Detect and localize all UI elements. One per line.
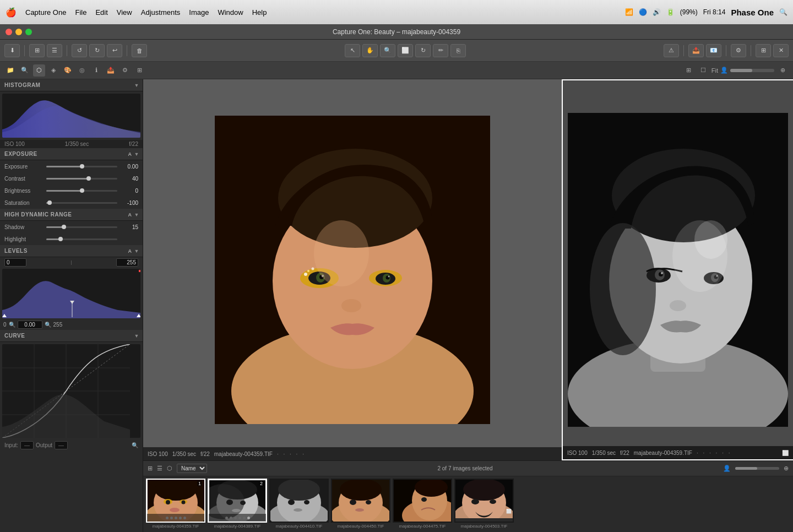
volume-icon: 🔊	[653, 8, 661, 16]
thumb-5-label: majabeauty-004475.TIF	[392, 524, 453, 529]
tab-adjustments[interactable]: ⬡	[33, 64, 45, 77]
viewer-button[interactable]: ⊞	[29, 44, 45, 57]
adjustments-menu[interactable]: Adjustments	[141, 8, 181, 17]
zoom-tool[interactable]: 🔍	[380, 44, 395, 57]
filmstrip-list-icon[interactable]: ☰	[157, 465, 162, 472]
photo2-filename: majabeauty-004359.TIF	[634, 450, 692, 456]
share-button[interactable]: 📧	[706, 44, 721, 57]
battery-pct: (99%)	[680, 8, 698, 16]
view-toggle-single[interactable]: ☐	[697, 64, 709, 77]
apple-menu[interactable]: 🍎	[6, 7, 17, 18]
shadow-track[interactable]	[46, 226, 117, 228]
delete-button[interactable]: 🗑	[132, 44, 147, 57]
input-val: —	[20, 441, 34, 449]
heal-tool[interactable]: ✏	[433, 44, 448, 57]
levels-right-input[interactable]	[116, 258, 138, 267]
photo1-filename: majabeauty-004359.TIF	[214, 451, 273, 457]
toolbar-divider-6	[751, 45, 751, 56]
view-menu[interactable]: View	[117, 8, 132, 17]
levels-bottom-left: 0	[3, 322, 7, 328]
levels-toggle[interactable]: ▼	[134, 248, 139, 254]
export-button[interactable]: 📤	[688, 44, 704, 57]
toolbar-divider-1	[24, 45, 25, 56]
tab-settings2[interactable]: ⚙	[119, 64, 131, 77]
main-toolbar: ⬇ ⊞ ☰ ↺ ↻ ↩ 🗑 ↖ ✋ 🔍 ⬜ ↻ ✏ ⎘ ⚠ 📤 📧 ⚙ ⊞ ✕	[0, 40, 793, 62]
thumb-3-label: majabeauty-004410.TIF	[269, 524, 329, 529]
curve-canvas-area	[2, 344, 140, 438]
aperture-label: f/22	[129, 141, 138, 147]
hdr-toggle[interactable]: ▼	[134, 212, 139, 218]
tab-details[interactable]: ◈	[47, 64, 59, 77]
tab-output[interactable]: 📤	[105, 64, 117, 77]
tab-metadata[interactable]: ℹ	[90, 64, 102, 77]
tab-batch[interactable]: ⊞	[133, 64, 145, 77]
close-button[interactable]	[6, 29, 12, 35]
tab-search[interactable]: 🔍	[19, 64, 31, 77]
minimize-button[interactable]	[15, 29, 22, 35]
close-panel-button[interactable]: ✕	[773, 44, 789, 57]
thumb-6[interactable]: ⬜ majabeauty-004503.TIF	[454, 479, 514, 530]
curve-section-header: CURVE ▼	[0, 330, 143, 342]
brightness-track[interactable]	[46, 190, 117, 192]
pan-tool[interactable]: ✋	[362, 44, 378, 57]
filmstrip-sort-icon[interactable]: ⬡	[167, 465, 172, 472]
levels-auto[interactable]: A	[128, 248, 132, 254]
browser-button[interactable]: ☰	[47, 44, 62, 57]
eyedropper-black[interactable]: 🔍	[9, 322, 15, 328]
settings-button[interactable]: ⚙	[731, 44, 746, 57]
layout-button[interactable]: ⊞	[756, 44, 771, 57]
thumb-3[interactable]: majabeauty-004410.TIF	[269, 479, 329, 530]
eyedropper-white[interactable]: 🔍	[45, 322, 51, 328]
edit-menu[interactable]: Edit	[95, 8, 107, 17]
saturation-track[interactable]	[46, 202, 117, 204]
filmstrip-grid-icon[interactable]: ⊞	[148, 465, 153, 472]
curve-toggle[interactable]: ▼	[134, 333, 139, 339]
rotate-button[interactable]: ↩	[107, 44, 122, 57]
toolbar-divider-5	[726, 45, 726, 56]
image-menu[interactable]: Image	[189, 8, 209, 17]
exposure-track[interactable]	[46, 166, 117, 167]
clone-tool[interactable]: ⎘	[450, 44, 466, 57]
thumb-4[interactable]: majabeauty-004450.TIF	[330, 479, 391, 530]
photo1-aperture: f/22	[200, 451, 210, 457]
filmstrip-expand[interactable]: ⊕	[784, 465, 789, 472]
undo-button[interactable]: ↺	[72, 44, 87, 57]
tab-color[interactable]: 🎨	[62, 64, 74, 77]
levels-left-input[interactable]	[4, 258, 26, 267]
zoom-expand[interactable]: ⊕	[776, 64, 789, 77]
tab-library[interactable]: 📁	[4, 64, 17, 77]
rotate-tool[interactable]: ↻	[415, 44, 431, 57]
highlight-track[interactable]	[46, 238, 117, 240]
file-menu[interactable]: File	[75, 8, 86, 17]
redo-button[interactable]: ↻	[89, 44, 105, 57]
thumb-1[interactable]: 1 majabeauty-004359.TIF	[145, 479, 206, 530]
window-menu[interactable]: Window	[218, 8, 243, 17]
crop-tool[interactable]: ⬜	[398, 44, 413, 57]
photo2-expand-icon[interactable]: ⬜	[782, 450, 789, 456]
spotlight-icon[interactable]: 🔍	[779, 8, 787, 16]
thumb-5[interactable]: majabeauty-004475.TIF	[392, 479, 453, 530]
curve-io: Input: — Output — 🔍	[0, 440, 143, 450]
contrast-track[interactable]	[46, 178, 117, 180]
help-menu[interactable]: Help	[252, 8, 267, 17]
thumb-2[interactable]: 2 majabeauty-004389.TIF	[207, 479, 268, 530]
histogram-toggle[interactable]: ▼	[134, 83, 139, 88]
curve-svg[interactable]	[2, 344, 130, 438]
exposure-auto[interactable]: A	[128, 151, 132, 157]
filmstrip-sort-select[interactable]: Name	[177, 464, 207, 473]
svg-point-46	[670, 300, 686, 311]
maximize-button[interactable]	[25, 29, 32, 35]
eyedropper-curve[interactable]: 🔍	[132, 442, 138, 448]
hdr-auto[interactable]: A	[128, 212, 132, 218]
exposure-toggle[interactable]: ▼	[134, 151, 139, 157]
toolbar-divider-2	[67, 45, 67, 56]
tab-lens[interactable]: ◎	[76, 64, 88, 77]
warning-icon[interactable]: ⚠	[664, 44, 679, 57]
import-button[interactable]: ⬇	[4, 44, 20, 57]
cursor-tool[interactable]: ↖	[345, 44, 360, 57]
view-toggle-grid[interactable]: ⊞	[683, 64, 695, 77]
levels-mid-input[interactable]	[18, 321, 42, 329]
svg-point-80	[366, 500, 371, 504]
svg-point-30	[307, 270, 309, 272]
app-name-menu[interactable]: Capture One	[25, 8, 66, 17]
